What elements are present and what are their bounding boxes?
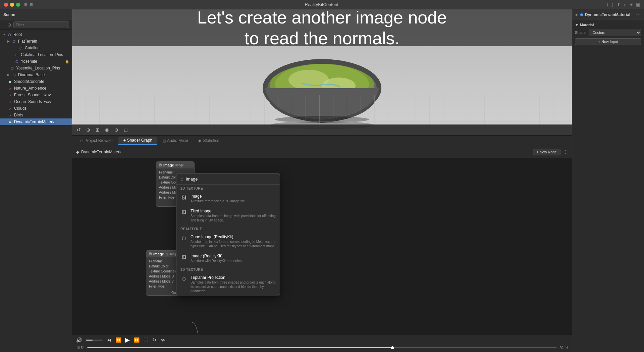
shader-settings-icon[interactable]: ⋮ (563, 149, 568, 155)
center-area: Let's create another image node to read … (72, 9, 572, 352)
entity-icon: ⬡ (14, 52, 19, 57)
sidebar-item-list: ▼ ⬡ Root ▶ ⬡ FlatTerrain ⬡ Catalina ⬡ (0, 30, 72, 352)
dropdown-item-image[interactable]: 🖼 Image A texture referencing a 2D image… (176, 191, 280, 206)
sidebar-item-clouds[interactable]: ♪ Clouds (0, 105, 72, 112)
current-time: 16:54 (76, 346, 85, 350)
sidebar-filter-input[interactable] (13, 21, 69, 28)
viewport: Let's create another image node to read … (72, 9, 572, 135)
shader-select[interactable]: Custom PBR Unlit Occlusion (589, 29, 641, 36)
reset-view-button[interactable]: ↺ (75, 127, 82, 133)
nav-forward-icon[interactable]: ⟩ (612, 2, 613, 7)
anchor-button[interactable]: ⊗ (104, 127, 110, 133)
item-name: Tiled Image (191, 209, 276, 213)
material-icon: ◆ (7, 119, 13, 124)
list-icon: ⊞ (24, 2, 27, 7)
entity-icon: ⬡ (9, 65, 15, 71)
sidebar-item-flatterrain[interactable]: ▶ ⬡ FlatTerrain (0, 38, 72, 45)
tab-project-browser[interactable]: ◻ Project Browser (75, 137, 118, 144)
dropdown-search-value: image (186, 177, 198, 182)
sidebar-item-catalina-pins[interactable]: ⬡ Catalina_Location_Pins (0, 51, 72, 58)
dropdown-item-image-realitykit[interactable]: 🖼 Image (RealityKit) A texture with Real… (176, 251, 280, 266)
sidebar-item-label: Ocean_Sounds_wav (14, 99, 51, 104)
sidebar-item-yosemite-pins[interactable]: ⬡ Yosemite_Location_Pins (0, 65, 72, 71)
dropdown-item-triplanar[interactable]: ⬡ Triplanar Projection Samples data from… (176, 272, 280, 296)
new-input-button[interactable]: + New Input (575, 38, 641, 45)
sidebar-item-diorama[interactable]: ▶ ⬡ Diorama_Base (0, 71, 72, 78)
audio-icon: ♪ (7, 92, 13, 98)
app-title: RealityKitContent (36, 2, 607, 7)
image-rk-icon: 🖼 (180, 254, 187, 261)
player-controls: 🔊 ⏮ ⏪ ▶ ⏩ ⛶ ↻ ≫ (76, 336, 568, 344)
add-item-button[interactable]: + (3, 22, 5, 28)
root-icon: ⬡ (7, 32, 12, 37)
more-options-icon[interactable]: ⋯ (636, 12, 641, 17)
entity-icon: ⬡ (18, 45, 23, 51)
sidebar-item-label: Nature_Ambience (14, 86, 46, 91)
rp-expand-icon[interactable]: ▶ (576, 13, 578, 16)
player-progress: 16:54 20:14 (76, 345, 568, 351)
sidebar-toggle-icon[interactable]: ▣ (636, 2, 640, 7)
media-player: 🔊 ⏮ ⏪ ▶ ⏩ ⛶ ↻ ≫ 16:54 (72, 335, 572, 352)
item-desc: A texture referencing a 2D image file. (191, 199, 276, 203)
fast-forward-button[interactable]: ⏩ (134, 337, 140, 343)
sidebar-item-catalina[interactable]: ⬡ Catalina (0, 45, 72, 51)
skip-back-button[interactable]: ⏮ (107, 337, 111, 343)
sidebar-item-smooth-concrete[interactable]: ◆ SmoothConcrete (0, 78, 72, 85)
add-icon[interactable]: + (630, 2, 633, 7)
new-node-button[interactable]: + New Node (533, 149, 560, 155)
sidebar-item-label: FlatTerrain (18, 39, 37, 44)
dropdown-item-cube-image[interactable]: ⬡ Cube Image (RealityKit) A cube map in … (176, 232, 280, 251)
shader-row: Shader Custom PBR Unlit Occlusion (575, 29, 641, 36)
add-entity-button[interactable]: ⊕ (85, 127, 92, 133)
sidebar-item-forest-sounds[interactable]: ♪ Forest_Sounds_wav (0, 92, 72, 98)
shader-canvas[interactable]: 🖼 Image Image Filename Default Color Tex… (72, 158, 572, 335)
share-icon[interactable]: ⬆ (617, 2, 621, 7)
more-options-button[interactable]: ≫ (160, 337, 165, 343)
minimize-button[interactable] (10, 3, 14, 7)
shader-title-area: ◆ DynamicTerrainMaterial (76, 150, 123, 154)
dropdown-item-tiled-image[interactable]: 🖼 Tiled Image Samples data from an image… (176, 206, 280, 225)
sidebar-item-root[interactable]: ▼ ⬡ Root (0, 31, 72, 38)
titlebar: ⊞ ⊟ RealityKitContent ⟨ ⟩ ⬆ ⌕ + ▣ (0, 0, 644, 9)
item-name: Triplanar Projection (191, 275, 276, 280)
sidebar-item-dynamic-terrain[interactable]: ◆ DynamicTerrainMaterial (0, 118, 72, 125)
volume-bar[interactable] (86, 340, 103, 341)
material-icon-small: ◆ (76, 150, 79, 154)
sidebar-item-nature-ambience[interactable]: ♪ Nature_Ambience (0, 85, 72, 92)
close-button[interactable] (4, 3, 8, 7)
statistics-icon: ◉ (198, 139, 202, 143)
loop-button[interactable]: ↻ (152, 337, 156, 343)
expand-arrow: ▼ (3, 33, 7, 36)
material-icon: ◆ (7, 79, 13, 84)
progress-bar[interactable] (87, 347, 557, 348)
fullscreen-button[interactable] (16, 3, 20, 7)
grid-button[interactable]: ⊞ (94, 127, 101, 133)
section-3d-texture-label: 3D TEXTURE (176, 266, 280, 272)
dropdown-header: ⌕ image (176, 173, 280, 185)
tab-audio-mixer[interactable]: ▤ Audio Mixer (158, 137, 193, 144)
play-pause-button[interactable]: ▶ (125, 336, 130, 344)
zoom-button[interactable]: ⊙ (113, 127, 120, 133)
rewind-button[interactable]: ⏪ (115, 337, 121, 343)
tab-shader-graph[interactable]: ◈ Shader Graph (118, 137, 157, 145)
section-realitykit-label: REALITYKIT (176, 225, 280, 232)
options-button[interactable]: ⊙ (7, 22, 11, 28)
sidebar-item-label: Catalina (25, 46, 40, 50)
audio-mixer-icon: ▤ (162, 139, 166, 143)
tab-label: Shader Graph (127, 138, 152, 143)
sidebar-item-label: Clouds (14, 106, 26, 111)
sidebar-item-yosemite[interactable]: ⬡ Yosemite 🔒 (0, 58, 72, 65)
sidebar-item-label: Forest_Sounds_wav (14, 93, 51, 97)
node-search-dropdown[interactable]: ⌕ image 2D TEXTURE 🖼 Image A texture ref… (176, 173, 280, 296)
nav-back-icon[interactable]: ⟨ (607, 2, 608, 7)
tab-statistics[interactable]: ◉ Statistics (194, 137, 224, 144)
search-icon[interactable]: ⌕ (624, 2, 627, 7)
progress-thumb[interactable] (391, 346, 394, 349)
camera-button[interactable]: ◻ (122, 127, 129, 133)
volume-icon[interactable]: 🔊 (76, 337, 82, 343)
window-icon: ⊟ (30, 2, 33, 7)
screen-button[interactable]: ⛶ (144, 337, 148, 343)
sidebar-item-ocean-sounds[interactable]: ♪ Ocean_Sounds_wav (0, 98, 72, 105)
sidebar-item-birds[interactable]: ♪ Birds (0, 112, 72, 118)
section-collapse-icon[interactable]: ▼ (575, 23, 579, 27)
